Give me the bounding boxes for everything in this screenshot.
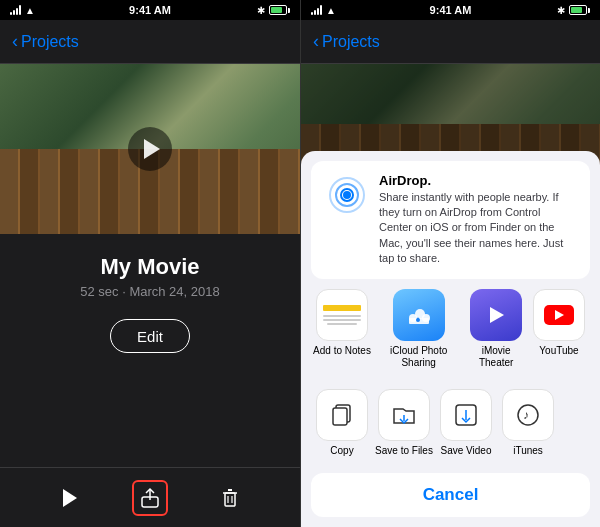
save-video-icon: [440, 389, 492, 441]
app-item-icloud-photo[interactable]: iCloud Photo Sharing: [373, 289, 464, 369]
play-button-left[interactable]: [128, 127, 172, 171]
icloud-photo-label: iCloud Photo Sharing: [373, 345, 464, 369]
cancel-label: Cancel: [423, 485, 479, 505]
itunes-label: iTunes: [513, 445, 543, 457]
youtube-icon: [533, 289, 585, 341]
copy-label: Copy: [330, 445, 353, 457]
back-button-right[interactable]: ‹ Projects: [313, 31, 380, 52]
share-toolbar-icon[interactable]: [132, 480, 168, 516]
bluetooth-icon-right: ✱: [557, 5, 565, 16]
svg-marker-15: [490, 307, 504, 323]
copy-icon: [316, 389, 368, 441]
action-item-itunes[interactable]: ♪ iTunes: [497, 389, 559, 457]
wifi-icon: ▲: [25, 5, 35, 16]
svg-rect-4: [225, 493, 235, 506]
share-sheet: AirDrop. Share instantly with people nea…: [301, 64, 600, 527]
wifi-icon-right: ▲: [326, 5, 336, 16]
airdrop-title: AirDrop.: [379, 173, 576, 188]
bluetooth-icon-left: ✱: [257, 5, 265, 16]
icloud-photo-icon: [393, 289, 445, 341]
notes-icon: [316, 289, 368, 341]
airdrop-rings: [327, 175, 367, 215]
battery-area-left: ✱: [257, 5, 290, 16]
status-bar-left: ▲ 9:41 AM ✱: [0, 0, 300, 20]
battery-icon-right: [569, 5, 590, 15]
action-item-save-video[interactable]: Save Video: [435, 389, 497, 457]
nav-bar-right: ‹ Projects: [301, 20, 600, 64]
movie-title: My Movie: [80, 254, 219, 280]
app-item-notes[interactable]: Add to Notes: [311, 289, 373, 369]
play-toolbar-icon[interactable]: [52, 480, 88, 516]
content-area-right: AirDrop. Share instantly with people nea…: [301, 64, 600, 527]
movie-info: My Movie 52 sec · March 24, 2018: [80, 254, 219, 299]
share-card: AirDrop. Share instantly with people nea…: [301, 151, 600, 527]
time-right: 9:41 AM: [430, 4, 472, 16]
battery-icon-left: [269, 5, 290, 15]
trash-toolbar-icon[interactable]: [212, 480, 248, 516]
app-item-imovie[interactable]: iMovie Theater: [464, 289, 528, 369]
back-label-right: Projects: [322, 33, 380, 51]
youtube-label: YouTube: [539, 345, 578, 357]
notes-label: Add to Notes: [313, 345, 371, 357]
signal-area: ▲: [10, 5, 35, 16]
app-row: Add to Notes: [301, 279, 600, 379]
itunes-icon: ♪: [502, 389, 554, 441]
signal-bars-icon-right: [311, 5, 322, 15]
time-left: 9:41 AM: [129, 4, 171, 16]
cancel-button[interactable]: Cancel: [311, 473, 590, 517]
action-item-copy[interactable]: Copy: [311, 389, 373, 457]
play-triangle-left: [144, 139, 160, 159]
movie-meta: 52 sec · March 24, 2018: [80, 284, 219, 299]
signal-bars-icon: [10, 5, 21, 15]
battery-area-right: ✱: [557, 5, 590, 16]
svg-rect-19: [333, 408, 347, 425]
back-label-left: Projects: [21, 33, 79, 51]
left-phone: ▲ 9:41 AM ✱ ‹ Projects My Movie 5: [0, 0, 300, 527]
svg-text:♪: ♪: [523, 408, 529, 422]
signal-area-right: ▲: [311, 5, 336, 16]
action-row: Copy Save to Files: [301, 379, 600, 467]
airdrop-desc: Share instantly with people nearby. If t…: [379, 190, 576, 267]
nav-bar-left: ‹ Projects: [0, 20, 300, 64]
app-item-youtube[interactable]: YouTube: [528, 289, 590, 369]
airdrop-text: AirDrop. Share instantly with people nea…: [379, 173, 576, 267]
imovie-icon: [470, 289, 522, 341]
action-item-save-files[interactable]: Save to Files: [373, 389, 435, 457]
airdrop-icon: [325, 173, 369, 217]
edit-button[interactable]: Edit: [110, 319, 190, 353]
save-video-label: Save Video: [441, 445, 492, 457]
right-phone: ▲ 9:41 AM ✱ ‹ Projects: [300, 0, 600, 527]
airdrop-section: AirDrop. Share instantly with people nea…: [311, 161, 590, 279]
status-bar-right: ▲ 9:41 AM ✱: [301, 0, 600, 20]
save-files-label: Save to Files: [375, 445, 433, 457]
imovie-label: iMovie Theater: [464, 345, 528, 369]
save-files-icon: [378, 389, 430, 441]
svg-marker-0: [63, 489, 77, 507]
back-chevron-right: ‹: [313, 31, 319, 52]
back-chevron-left: ‹: [12, 31, 18, 52]
video-thumbnail-left[interactable]: [0, 64, 300, 234]
bottom-toolbar-left: [0, 467, 300, 527]
content-area-left: My Movie 52 sec · March 24, 2018 Edit: [0, 64, 300, 467]
back-button-left[interactable]: ‹ Projects: [12, 31, 79, 52]
